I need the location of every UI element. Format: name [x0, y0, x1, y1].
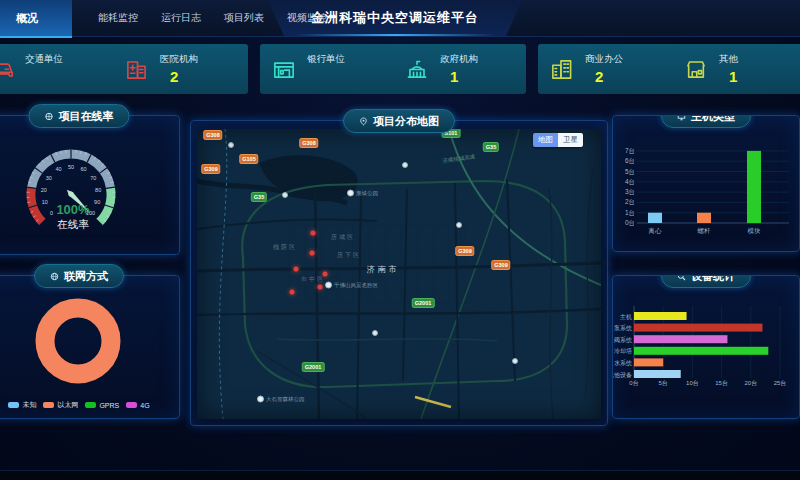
- government-icon: [403, 55, 431, 83]
- district-label-市中区: 市中区: [301, 275, 325, 284]
- legend-item-未知[interactable]: 未知: [8, 400, 36, 410]
- map-type-button-卫星[interactable]: 卫星: [558, 133, 583, 147]
- x-axis-label: 螺杆: [698, 227, 712, 234]
- map-type-toggle: 地图卫星: [533, 133, 583, 147]
- legend-item-以太网[interactable]: 以太网: [43, 400, 78, 410]
- bar-其他设备: [634, 370, 681, 378]
- poi-label: 千佛山风景名胜区: [334, 282, 378, 289]
- panel-host-type: 主机类型 0台1台2台3台4台5台6台7台离心螺杆模块: [612, 115, 800, 252]
- svg-text:4台: 4台: [625, 178, 635, 186]
- y-axis-label: 冷却塔: [614, 348, 632, 355]
- stat-card-1: 交通单位医院机构2: [0, 44, 248, 94]
- panel-title-text: 项目分布地图: [373, 114, 439, 129]
- legend-item-4G[interactable]: 4G: [126, 400, 149, 410]
- stat-value: 2: [160, 68, 198, 85]
- svg-text:90: 90: [94, 199, 100, 205]
- panel-title-text: 联网方式: [64, 269, 108, 284]
- hospital-icon: [123, 55, 151, 83]
- district-label-槐荫区: 槐荫区: [273, 243, 297, 252]
- stat-item: 医院机构2: [113, 53, 248, 85]
- panel-online-rate: 项目在线率 0102030405060708090100100%在线率: [0, 115, 180, 255]
- bar-泵系统: [634, 324, 762, 332]
- svg-text:80: 80: [95, 187, 101, 193]
- svg-text:7台: 7台: [625, 147, 635, 155]
- tab-1[interactable]: 概况: [0, 0, 72, 38]
- bar-水系统: [634, 358, 663, 366]
- car-icon: [0, 55, 16, 83]
- road-shield-G105: G105: [239, 154, 258, 164]
- y-axis-label: 阀系统: [614, 336, 633, 344]
- tab-3[interactable]: 运行日志: [159, 0, 203, 36]
- project-dot[interactable]: [318, 285, 323, 290]
- page-title: 金洲科瑞中央空调运维平台: [311, 9, 479, 27]
- legend-label: 未知: [22, 400, 36, 410]
- panel-title-text: 项目在线率: [59, 109, 114, 124]
- panel-project-map: 项目分布地图: [190, 120, 608, 426]
- network-donut-chart: [0, 288, 179, 394]
- bar-主机: [634, 312, 687, 320]
- map-canvas[interactable]: G308G308G105G309G309G309G35G35S101G2001G…: [197, 129, 601, 419]
- stat-value: 2: [585, 68, 623, 85]
- network-donut-ring: [45, 308, 111, 374]
- svg-text:1台: 1台: [625, 209, 635, 217]
- project-dot[interactable]: [290, 290, 295, 295]
- location-icon: [359, 117, 368, 126]
- stat-item: 银行单位: [260, 53, 393, 85]
- bar-螺杆: [697, 213, 711, 223]
- map-marker: [228, 142, 234, 148]
- search-icon: [677, 275, 686, 281]
- legend-item-GPRS[interactable]: GPRS: [85, 400, 119, 410]
- project-dot[interactable]: [310, 251, 315, 256]
- legend-label: 4G: [140, 402, 149, 409]
- legend-label: GPRS: [99, 402, 119, 409]
- panel-title-map: 项目分布地图: [343, 109, 455, 133]
- road-shield-G308: G308: [299, 138, 318, 148]
- svg-text:0: 0: [50, 210, 53, 216]
- stat-value: 1: [440, 68, 478, 85]
- panel-network-mode: 联网方式 未知以太网GPRS4G: [0, 275, 180, 419]
- network-legend: 未知以太网GPRS4G: [0, 400, 179, 410]
- road-shield-G309: G309: [201, 164, 220, 174]
- poi-大石屋森林公园: 大石屋森林公园: [257, 396, 305, 403]
- bank-icon: [270, 55, 298, 83]
- road-shield-G35: G35: [251, 192, 267, 202]
- svg-text:2台: 2台: [625, 198, 635, 206]
- map-type-button-地图[interactable]: 地图: [533, 133, 558, 147]
- poi-label: 大石屋森林公园: [266, 396, 305, 403]
- poi-泉城公园: 泉城公园: [347, 190, 378, 197]
- tab-2[interactable]: 能耗监控: [96, 0, 140, 36]
- svg-text:10台: 10台: [686, 380, 699, 387]
- svg-text:20: 20: [41, 187, 47, 193]
- gauge-value: 100%: [56, 202, 90, 217]
- road-shield-G308: G308: [203, 130, 222, 140]
- project-dot[interactable]: [311, 231, 316, 236]
- tab-4[interactable]: 项目列表: [222, 0, 266, 36]
- x-axis-label: 模块: [748, 227, 762, 234]
- x-axis-label: 离心: [648, 227, 663, 234]
- legend-swatch: [43, 402, 54, 408]
- project-dot[interactable]: [294, 267, 299, 272]
- y-axis-label: 主机: [620, 313, 632, 320]
- legend-swatch: [85, 402, 96, 408]
- dashboard: 金洲科瑞中央空调运维平台 概况能耗监控运行日志项目列表视频监控 交通单位医院机构…: [0, 0, 800, 480]
- y-axis-label: 其他设备: [613, 371, 632, 379]
- panel-device-stats: 设备统计 0台5台10台15台20台25台主机泵系统阀系统冷却塔水系统其他设备: [612, 275, 800, 419]
- svg-text:50: 50: [68, 164, 74, 170]
- panel-title-host-type: 主机类型: [661, 115, 751, 128]
- map-marker: [402, 162, 408, 168]
- top-nav: 金洲科瑞中央空调运维平台 概况能耗监控运行日志项目列表视频监控: [0, 0, 800, 37]
- poi-dot: [325, 282, 332, 289]
- map-marker: [282, 192, 288, 198]
- stat-label: 政府机构: [440, 53, 478, 66]
- poi-千佛山风景名胜区: 千佛山风景名胜区: [325, 282, 378, 289]
- svg-text:30: 30: [46, 175, 52, 181]
- poi-dot: [347, 190, 354, 197]
- host-type-chart: 0台1台2台3台4台5台6台7台离心螺杆模块: [613, 138, 795, 248]
- link-icon: [45, 112, 54, 121]
- stat-label: 商业办公: [585, 53, 623, 66]
- svg-text:3台: 3台: [625, 188, 635, 196]
- tab-5[interactable]: 视频监控: [285, 0, 329, 36]
- project-dot[interactable]: [323, 272, 328, 277]
- stat-item: 交通单位: [0, 53, 113, 85]
- monitor-icon: [677, 115, 686, 121]
